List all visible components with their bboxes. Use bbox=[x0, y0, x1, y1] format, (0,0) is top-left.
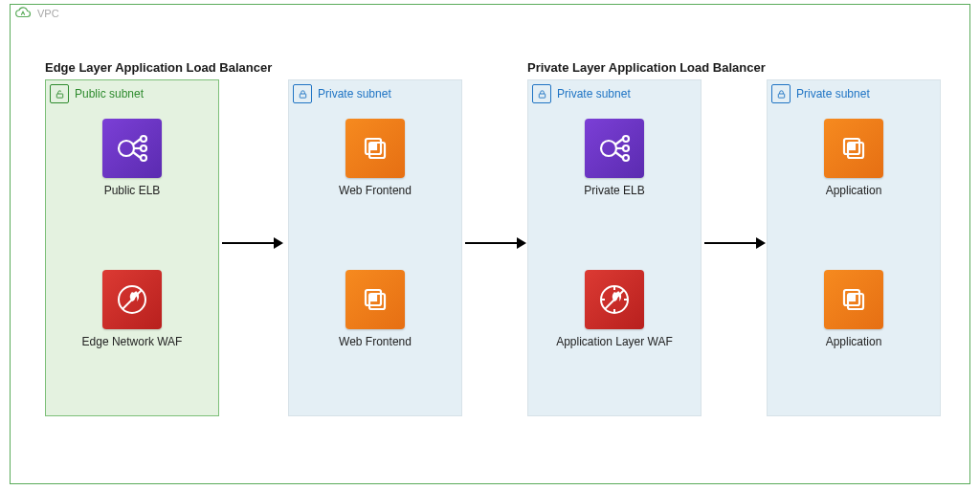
svg-rect-37 bbox=[849, 295, 855, 301]
subnet-header: Private subnet bbox=[528, 80, 701, 105]
subnet-label: Private subnet bbox=[796, 87, 870, 100]
vpc-header: VPC bbox=[14, 7, 59, 20]
private-subnet-elb: Private subnet Private ELB bbox=[527, 79, 702, 416]
subnet-header: Private subnet bbox=[768, 80, 940, 105]
subnet-label: Private subnet bbox=[318, 87, 391, 100]
svg-rect-31 bbox=[778, 94, 784, 98]
lock-open-icon bbox=[50, 84, 69, 103]
node-label: Application bbox=[768, 184, 940, 197]
compute-icon bbox=[824, 119, 883, 178]
lock-icon bbox=[771, 84, 791, 103]
node-label: Edge Network WAF bbox=[46, 335, 218, 348]
node-label: Web Frontend bbox=[289, 335, 461, 348]
node-private-elb: Private ELB bbox=[528, 119, 701, 197]
node-public-elb: Public ELB bbox=[46, 119, 218, 197]
svg-point-18 bbox=[601, 141, 616, 156]
node-edge-waf: Edge Network WAF bbox=[46, 270, 218, 348]
vpc-label: VPC bbox=[37, 8, 59, 19]
arrow-icon bbox=[704, 242, 764, 244]
svg-line-7 bbox=[133, 152, 141, 158]
svg-line-22 bbox=[615, 139, 623, 145]
svg-point-21 bbox=[623, 155, 629, 161]
private-subnet-app: Private subnet Application Application bbox=[767, 79, 941, 416]
svg-point-3 bbox=[141, 145, 146, 151]
node-app-waf: Application Layer WAF bbox=[528, 270, 701, 348]
lock-icon bbox=[293, 84, 312, 103]
arrow-icon bbox=[465, 242, 524, 244]
waf-icon bbox=[585, 270, 644, 329]
node-label: Private ELB bbox=[528, 184, 701, 197]
node-label: Web Frontend bbox=[289, 184, 461, 197]
subnet-label: Public subnet bbox=[75, 87, 144, 100]
svg-rect-16 bbox=[370, 295, 376, 301]
compute-icon bbox=[345, 270, 405, 329]
svg-point-1 bbox=[119, 141, 134, 156]
subnet-label: Private subnet bbox=[557, 87, 631, 100]
section-title-edge: Edge Layer Application Load Balancer bbox=[45, 60, 272, 75]
svg-point-20 bbox=[623, 145, 629, 151]
svg-rect-34 bbox=[849, 144, 855, 149]
svg-rect-10 bbox=[300, 94, 305, 98]
svg-point-4 bbox=[141, 155, 146, 161]
compute-icon bbox=[345, 119, 405, 178]
node-application: Application bbox=[768, 270, 940, 348]
node-label: Application Layer WAF bbox=[528, 335, 701, 348]
compute-icon bbox=[824, 270, 883, 329]
elb-icon bbox=[102, 119, 162, 178]
section-title-private: Private Layer Application Load Balancer bbox=[527, 60, 766, 75]
subnet-header: Public subnet bbox=[46, 80, 218, 105]
node-label: Application bbox=[768, 335, 940, 348]
subnet-header: Private subnet bbox=[289, 80, 461, 105]
svg-point-19 bbox=[623, 136, 629, 142]
svg-point-2 bbox=[141, 136, 146, 142]
elb-icon bbox=[585, 119, 644, 178]
node-web-frontend: Web Frontend bbox=[289, 119, 461, 197]
svg-line-24 bbox=[615, 152, 623, 158]
svg-line-5 bbox=[133, 139, 141, 145]
vpc-container: VPC Edge Layer Application Load Balancer… bbox=[10, 4, 970, 484]
svg-rect-0 bbox=[56, 94, 62, 98]
node-web-frontend: Web Frontend bbox=[289, 270, 461, 348]
cloud-icon bbox=[14, 7, 32, 20]
arrow-icon bbox=[222, 242, 281, 244]
waf-icon bbox=[102, 270, 162, 329]
private-subnet-web: Private subnet Web Frontend Web Fronte bbox=[288, 79, 462, 416]
node-label: Public ELB bbox=[46, 184, 218, 197]
node-application: Application bbox=[768, 119, 940, 197]
public-subnet: Public subnet Public ELB bbox=[45, 79, 219, 416]
svg-rect-17 bbox=[539, 94, 545, 98]
lock-icon bbox=[532, 84, 551, 103]
svg-rect-13 bbox=[370, 144, 376, 149]
